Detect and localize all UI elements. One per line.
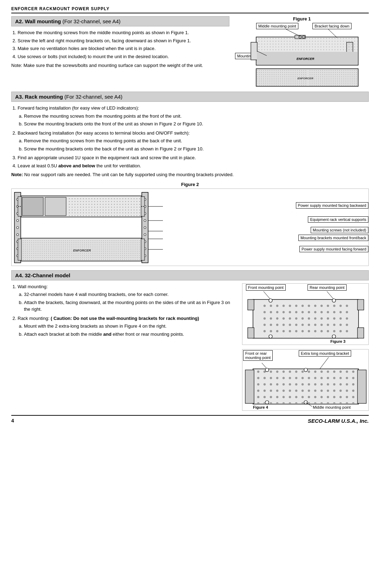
list-item: Forward facing installation (for easy vi…	[18, 105, 369, 128]
svg-rect-62	[248, 299, 254, 310]
figure4-wrapper: Front or rearmounting point Extra long m…	[242, 349, 369, 411]
section-a3-steps: Forward facing installation (for easy vi…	[11, 105, 369, 169]
svg-point-66	[269, 299, 272, 302]
list-item: Backward facing installation (for easy a…	[18, 130, 369, 153]
svg-point-9	[302, 36, 305, 38]
svg-line-59	[264, 291, 271, 299]
svg-point-25	[17, 234, 19, 236]
page-number: 4	[11, 418, 14, 423]
svg-rect-51	[21, 239, 74, 261]
figure2-label: Figure 2	[11, 182, 369, 187]
svg-line-73	[262, 363, 267, 369]
figure4-container: Front or rearmounting point Extra long m…	[242, 349, 369, 411]
svg-rect-41	[22, 197, 43, 216]
svg-text:ENFORCER: ENFORCER	[298, 77, 314, 80]
svg-rect-2	[251, 42, 257, 60]
page-header: ENFORCER RACKMOUNT POWER SUPPLY	[11, 6, 369, 13]
section-a4-title: A4. 32-Channel model	[15, 272, 70, 278]
list-item: Remove the mounting screws from the midd…	[18, 29, 229, 36]
svg-point-24	[17, 227, 19, 229]
company-name: SECO-LARM U.S.A., Inc.	[308, 418, 369, 424]
svg-rect-76	[245, 370, 254, 403]
section-a2-header: A2. Wall mounting (For 32-channel, see A…	[11, 16, 229, 26]
section-a3-subtitle: (For 32-channel, see A4)	[64, 94, 122, 100]
svg-line-74	[320, 357, 329, 369]
bottom-bar: 4 SECO-LARM U.S.A., Inc.	[11, 415, 369, 424]
svg-text:ENFORCER: ENFORCER	[73, 249, 91, 252]
figure1-label: Figure 1	[293, 16, 311, 21]
section-a3-note: Note: No rear support rails are needed. …	[11, 171, 369, 178]
svg-text:Figure 3: Figure 3	[330, 339, 346, 343]
figure2-labels: Power supply mounted facing backward Equ…	[256, 189, 368, 266]
svg-rect-49	[141, 239, 145, 260]
svg-rect-16	[308, 69, 357, 86]
svg-text:Figure 4: Figure 4	[253, 405, 268, 409]
figure3-container: Front mounting point Rear mounting point	[242, 283, 369, 345]
list-item: Find an appropriate unused 1U space in t…	[18, 154, 369, 161]
section-a2-text: A2. Wall mounting (For 32-channel, see A…	[11, 16, 229, 88]
svg-point-8	[299, 36, 302, 38]
list-item: Mount with the 2 extra-long brackets as …	[24, 323, 236, 330]
list-item: Make sure no ventilation holes are block…	[18, 45, 229, 52]
figure3-wrapper: Front mounting point Rear mounting point	[242, 283, 369, 345]
list-item: Rack mounting: ( Caution: Do not use the…	[18, 315, 236, 338]
svg-text:ENFORCER: ENFORCER	[297, 57, 315, 61]
section-a3-title: A3. Rack mounting	[15, 94, 63, 100]
header-title: ENFORCER RACKMOUNT POWER SUPPLY	[11, 6, 109, 11]
figure2-section: Figure 2	[11, 182, 369, 266]
list-item: Use screws or bolts (not included) to mo…	[18, 53, 229, 60]
section-a4-steps: Wall mounting: 32-channel models have 4 …	[11, 283, 236, 338]
figure2-svg: ENFORCER	[12, 189, 279, 266]
callout-mounting-screws: Mounting screws (not included)	[311, 227, 368, 233]
section-a2-subtitle: (For 32-channel, see A4)	[62, 18, 120, 24]
svg-point-34	[144, 234, 146, 236]
svg-rect-44	[68, 198, 140, 216]
svg-point-32	[144, 219, 146, 222]
svg-rect-71	[260, 303, 352, 336]
figure1-svg: ENFORCER ENFORCER	[235, 23, 369, 88]
page: ENFORCER RACKMOUNT POWER SUPPLY A2. Wall…	[0, 0, 380, 588]
section-a3-header: A3. Rack mounting (For 32-channel, see A…	[11, 92, 369, 102]
section-a2-note: Note: Make sure that the screws/bolts an…	[11, 62, 229, 69]
list-item: Attach the brackets, facing downward, at…	[24, 299, 236, 313]
list-item: Leave at least 0.5U above and below the …	[18, 162, 369, 169]
list-item: Screw the mounting brackets onto the bac…	[24, 146, 369, 153]
svg-rect-64	[248, 328, 254, 338]
section-a2-title: A2. Wall mounting	[15, 18, 61, 24]
section-a4-content-row: Wall mounting: 32-channel models have 4 …	[11, 283, 369, 411]
svg-line-11	[328, 29, 337, 38]
section-a3: A3. Rack mounting (For 32-channel, see A…	[11, 92, 369, 178]
svg-rect-83	[254, 370, 357, 403]
svg-line-60	[327, 291, 334, 299]
callout-brackets-front-back: Mounting brackets mounted front/back	[298, 235, 368, 241]
svg-point-67	[332, 299, 336, 302]
list-item: Remove the mounting screws from the moun…	[24, 137, 369, 144]
callout-rack-supports: Equipment rack vertical supports	[308, 216, 368, 223]
svg-text:Middle mounting point: Middle mounting point	[313, 405, 351, 409]
svg-rect-48	[18, 239, 21, 260]
list-item: Screw the mounting brackets onto the fro…	[24, 120, 369, 128]
svg-rect-63	[357, 299, 364, 310]
figure1-container: Middle mounting point Bracket facing dow…	[235, 23, 369, 88]
section-a2-row: A2. Wall mounting (For 32-channel, see A…	[11, 16, 369, 88]
section-a4-text: Wall mounting: 32-channel models have 4 …	[11, 283, 236, 411]
figures-3-4-col: Front mounting point Rear mounting point	[242, 283, 369, 411]
svg-point-23	[17, 219, 19, 222]
svg-rect-77	[357, 370, 366, 403]
svg-point-33	[144, 227, 146, 229]
svg-rect-65	[357, 328, 364, 338]
section-a2-steps: Remove the mounting screws from the midd…	[11, 29, 229, 60]
list-item: Screw the left and right mounting bracke…	[18, 37, 229, 44]
list-item: Attach each bracket at both the middle a…	[24, 331, 236, 338]
callout-ps-backward: Power supply mounted facing backward	[296, 202, 368, 209]
figure4-svg: Figure 4 Middle mounting point	[242, 349, 369, 411]
svg-line-10	[286, 29, 300, 36]
figure2-container: ENFORCER Power supply mounted facing bac…	[11, 188, 369, 266]
figure1-col: Figure 1 Middle mounting point Bracket f…	[235, 16, 369, 88]
list-item: Remove the mounting screws from the moun…	[24, 113, 369, 120]
figure3-svg: Figure 3	[242, 284, 369, 345]
svg-rect-42	[45, 197, 66, 216]
section-a4-header: A4. 32-Channel model	[11, 270, 369, 280]
svg-rect-5	[257, 38, 357, 50]
callout-ps-forward: Power supply mounted facing forward	[299, 246, 368, 252]
